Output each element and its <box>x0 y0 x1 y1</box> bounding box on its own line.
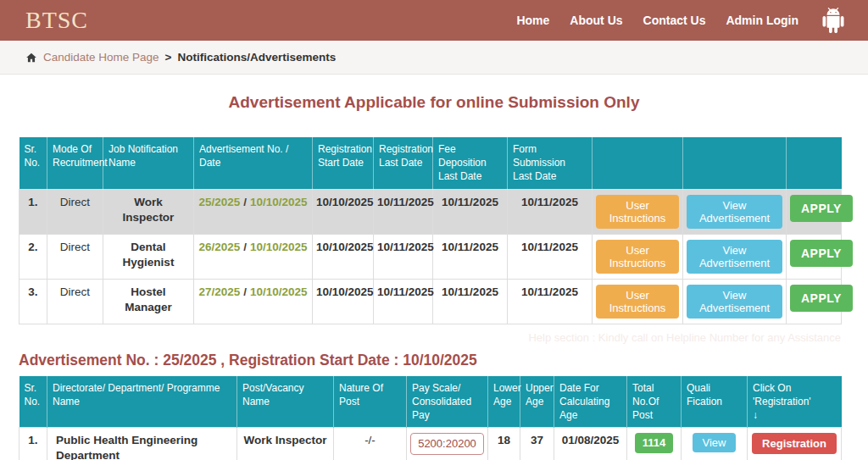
col-header-form-last: Form Submission Last Date <box>508 137 593 189</box>
apply-button[interactable]: APPLY <box>790 285 853 312</box>
cell-pay-scale: 5200:20200 <box>407 428 488 460</box>
cell-upper-age: 37 <box>520 428 554 460</box>
cell-reg-start: 10/10/2025 <box>313 234 374 279</box>
cell-reg-start: 10/10/2025 <box>313 279 374 324</box>
cell-total-posts: 1114 <box>627 428 682 460</box>
top-navbar: BTSC Home About Us Contact Us Admin Logi… <box>0 0 868 41</box>
col-header-sr-no: Sr. No. <box>19 376 47 428</box>
col-header-empty-apply <box>787 137 842 189</box>
col-header-department: Directorate/ Department/ Programme Name <box>47 376 237 428</box>
cell-reg-last: 10/11/2025 <box>374 279 433 324</box>
cell-sr: 2. <box>19 234 47 279</box>
cell-registration: Registration <box>748 428 842 460</box>
col-header-job-name: Job Notification Name <box>103 137 194 189</box>
col-header-mode: Mode Of Recruitment <box>47 137 103 189</box>
cell-qualification: View <box>682 428 748 460</box>
pay-scale-box: 5200:20200 <box>410 433 484 455</box>
registration-button[interactable]: Registration <box>752 433 837 454</box>
cell-reg-last: 10/11/2025 <box>374 234 433 279</box>
view-advertisement-button[interactable]: View Advertisement <box>687 240 782 274</box>
adv-date: 10/10/2025 <box>250 196 308 208</box>
user-instructions-button[interactable]: User Instructions <box>596 240 679 274</box>
qualification-view-button[interactable]: View <box>693 433 737 452</box>
cell-reg-start: 10/10/2025 <box>313 189 374 234</box>
cell-mode: Direct <box>47 234 103 279</box>
cell-lower-age: 18 <box>488 428 520 460</box>
android-app-icon[interactable] <box>821 8 846 33</box>
cell-sr: 1. <box>19 428 47 460</box>
breadcrumb-separator: > <box>165 51 172 64</box>
apply-button[interactable]: APPLY <box>790 195 853 222</box>
faint-helper-text: Help section : Kindly call on Helpline N… <box>19 331 841 345</box>
view-advertisement-button[interactable]: View Advertisement <box>687 285 782 319</box>
cell-user-instructions: User Instructions <box>593 279 683 324</box>
col-header-qualification: Quali Fication <box>682 376 748 428</box>
col-header-click-registration: Click On 'Registration'↓ <box>748 376 842 428</box>
cell-form-last: 10/11/2025 <box>508 279 593 324</box>
cell-sr: 3. <box>19 279 47 324</box>
cell-sr: 1. <box>19 189 47 234</box>
cell-mode: Direct <box>47 189 103 234</box>
col-header-total-posts: Total No.Of Post <box>627 376 682 428</box>
android-robot-icon <box>821 8 846 33</box>
cell-view-advertisement: View Advertisement <box>683 234 787 279</box>
cell-job: Work Inspector <box>103 189 194 234</box>
breadcrumb-current: Notifications/Advertisements <box>177 51 336 64</box>
view-advertisement-button[interactable]: View Advertisement <box>687 195 782 229</box>
cell-adv-no-date: 27/2025/10/10/2025 <box>194 279 313 324</box>
col-header-sr-no: Sr. No. <box>19 137 47 189</box>
col-header-fee-last: Fee Deposition Last Date <box>433 137 508 189</box>
adv-separator: / <box>240 285 250 298</box>
col-header-adv-no-date: Advertisement No. / Date <box>194 137 313 189</box>
breadcrumb: Candidate Home Page > Notifications/Adve… <box>0 41 868 75</box>
breadcrumb-candidate-home[interactable]: Candidate Home Page <box>43 51 159 64</box>
cell-user-instructions: User Instructions <box>593 189 683 234</box>
adv-date: 10/10/2025 <box>250 285 308 298</box>
down-arrow-icon: ↓ <box>753 409 758 421</box>
adv-date: 10/10/2025 <box>250 241 308 253</box>
adv-number: 25/2025 <box>198 196 240 208</box>
cell-job: Hostel Manager <box>103 279 194 324</box>
col-header-post-name: Post/Vacancy Name <box>237 376 334 428</box>
apply-button[interactable]: APPLY <box>790 240 853 267</box>
nav-contact-us[interactable]: Contact Us <box>643 14 706 27</box>
cell-fee-last: 10/11/2025 <box>433 279 508 324</box>
vacancy-header-row: Sr. No. Directorate/ Department/ Program… <box>19 376 842 428</box>
page: BTSC Home About Us Contact Us Admin Logi… <box>0 0 868 460</box>
brand-logo[interactable]: BTSC <box>25 7 88 34</box>
cell-fee-last: 10/11/2025 <box>433 234 508 279</box>
adv-number: 26/2025 <box>198 241 240 253</box>
advertisement-section-title: Advertisement No. : 25/2025 , Registrati… <box>19 350 849 370</box>
cell-user-instructions: User Instructions <box>593 234 683 279</box>
cell-view-advertisement: View Advertisement <box>683 279 787 324</box>
cell-nature: -/- <box>334 428 407 460</box>
cell-apply: APPLY <box>787 279 842 324</box>
cell-apply: APPLY <box>787 189 842 234</box>
notification-row-2: 2. Direct Dental Hygienist 26/2025/10/10… <box>19 234 842 279</box>
cell-department: Public Health Engineering Department <box>47 428 237 460</box>
adv-number: 27/2025 <box>198 285 240 298</box>
cell-adv-no-date: 25/2025/10/10/2025 <box>194 189 313 234</box>
notifications-header-row: Sr. No. Mode Of Recruitment Job Notifica… <box>19 137 842 189</box>
col-header-reg-last: Registration Last Date <box>374 137 433 189</box>
vacancy-table: Sr. No. Directorate/ Department/ Program… <box>19 376 842 460</box>
nav-admin-login[interactable]: Admin Login <box>726 14 798 27</box>
nav-about-us[interactable]: About Us <box>570 14 622 27</box>
notification-row-1: 1. Direct Work Inspector 25/2025/10/10/2… <box>19 189 842 234</box>
user-instructions-button[interactable]: User Instructions <box>596 285 679 319</box>
col-header-upper-age: Upper Age <box>520 376 554 428</box>
click-registration-label: Click On 'Registration' <box>753 382 811 407</box>
col-header-lower-age: Lower Age <box>488 376 520 428</box>
cell-reg-last: 10/11/2025 <box>374 189 433 234</box>
col-header-empty-advertisement <box>683 137 787 189</box>
nav-home[interactable]: Home <box>516 14 549 27</box>
cell-mode: Direct <box>47 279 103 324</box>
col-header-age-date: Date For Calculating Age <box>554 376 627 428</box>
col-header-pay-scale: Pay Scale/ Consolidated Pay <box>407 376 488 428</box>
user-instructions-button[interactable]: User Instructions <box>596 195 679 229</box>
main-content: Advertisement Applicable for online Subm… <box>0 91 868 460</box>
page-title: Advertisement Applicable for online Subm… <box>19 91 849 114</box>
cell-form-last: 10/11/2025 <box>508 234 593 279</box>
home-icon <box>25 52 37 64</box>
col-header-empty-instructions <box>593 137 683 189</box>
